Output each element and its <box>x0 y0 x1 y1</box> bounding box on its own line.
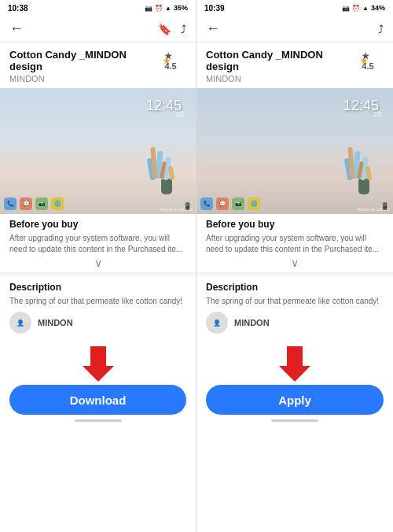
right-panel: 10:39 📷 ⏰ ▲ 34% ← ⤴ Cotton Candy _MINDON… <box>196 0 393 532</box>
app-rating-left: ★ ★ 4.5 <box>163 51 186 71</box>
date-display-left: 23 <box>176 110 184 118</box>
bookmark-icon-left[interactable]: 🔖 <box>158 23 171 35</box>
expand-icon-left[interactable]: ∨ <box>9 255 186 271</box>
left-panel: 10:38 📷 ⏰ ▲ 35% ← 🔖 ⤴ Cotton Candy _MIND… <box>0 0 196 532</box>
app-title-right: Cotton Candy _MINDON design ★ ★ 4.5 <box>206 49 384 72</box>
app-icons-right: 📞 💬 📷 🌐 <box>200 198 260 210</box>
before-buy-text-right: After upgrading your system software, yo… <box>206 233 384 255</box>
creator-name-right: MINDON <box>234 318 270 327</box>
apply-button[interactable]: Apply <box>206 385 384 415</box>
nav-bar-left: ← 🔖 ⤴ <box>0 16 196 42</box>
arrow-wrapper-right <box>196 345 393 383</box>
alarm-icon-r: ⏰ <box>352 5 360 12</box>
nav-icons-left: 🔖 ⤴ <box>158 23 186 35</box>
screenshot-left: 12:45 📞 💬 📷 🌐 23 Swipe to unlock 📱 <box>0 88 196 214</box>
flower-decoration-right <box>344 124 384 194</box>
signal-icon-r: ▲ <box>362 5 369 12</box>
bottom-indicator-right <box>271 419 318 422</box>
desc-title-right: Description <box>206 282 384 293</box>
svg-marker-0 <box>83 346 114 382</box>
status-bar-right: 10:39 📷 ⏰ ▲ 34% <box>196 0 393 16</box>
status-icons-right: 📷 ⏰ ▲ 34% <box>342 4 385 12</box>
app-rating-right: ★ ★ 4.5 <box>360 51 384 71</box>
back-button-right[interactable]: ← <box>206 20 220 37</box>
svg-marker-1 <box>279 346 310 382</box>
app-author-right: MINDON <box>206 74 384 83</box>
download-button[interactable]: Download <box>9 385 186 415</box>
share-icon-right[interactable]: ⤴ <box>378 23 384 35</box>
share-icon-left[interactable]: ⤴ <box>181 23 186 35</box>
status-bar-left: 10:38 📷 ⏰ ▲ 35% <box>0 0 196 16</box>
status-time-left: 10:38 <box>8 4 28 13</box>
alarm-icon: ⏰ <box>155 5 163 12</box>
back-button-left[interactable]: ← <box>9 20 24 37</box>
creator-row-left: 👤 MINDON <box>9 307 186 338</box>
red-arrow-right <box>275 346 314 382</box>
app-icons-left: 📞 💬 📷 🌐 <box>4 198 64 210</box>
phone-icon-left: 📱 <box>183 202 192 210</box>
before-buy-right: Before you buy After upgrading your syst… <box>196 214 393 272</box>
screenshot-right: 12:45 📞 💬 📷 🌐 23 Swipe to unlock 📱 <box>196 88 393 214</box>
status-icons-left: 📷 ⏰ ▲ 35% <box>145 4 188 12</box>
creator-avatar-left: 👤 <box>9 312 31 334</box>
desc-text-left: The spring of our that permeate like cot… <box>9 296 186 307</box>
before-buy-title-left: Before you buy <box>9 219 186 230</box>
vase-left <box>161 179 172 194</box>
description-right: Description The spring of our that perme… <box>196 275 393 345</box>
vase-right <box>358 179 369 194</box>
app-author-left: MINDON <box>9 74 186 83</box>
expand-icon-right[interactable]: ∨ <box>206 255 384 271</box>
app-info-right: Cotton Candy _MINDON design ★ ★ 4.5 MIND… <box>196 42 393 88</box>
date-display-right: 23 <box>373 110 381 118</box>
nav-icons-right: ⤴ <box>378 23 384 35</box>
creator-name-left: MINDON <box>38 318 73 327</box>
status-time-right: 10:39 <box>204 4 225 13</box>
description-left: Description The spring of our that perme… <box>0 275 196 345</box>
app-info-left: Cotton Candy _MINDON design ★ ★ 4.5 MIND… <box>0 42 196 88</box>
nav-bar-right: ← ⤴ <box>196 16 393 42</box>
camera-icon: 📷 <box>145 5 152 12</box>
camera-icon-r: 📷 <box>342 5 350 12</box>
before-buy-text-left: After upgrading your system software, yo… <box>9 233 186 255</box>
arrow-wrapper-left <box>0 345 196 383</box>
signal-icon: ▲ <box>165 5 171 12</box>
before-buy-left: Before you buy After upgrading your syst… <box>0 214 196 272</box>
desc-title-left: Description <box>9 282 186 293</box>
before-buy-title-right: Before you buy <box>206 219 384 230</box>
bottom-indicator-left <box>75 419 122 422</box>
app-title-left: Cotton Candy _MINDON design ★ ★ 4.5 <box>9 49 186 72</box>
creator-row-right: 👤 MINDON <box>206 307 384 338</box>
desc-text-right: The spring of our that permeate like cot… <box>206 296 384 307</box>
red-arrow-left <box>79 346 118 382</box>
creator-avatar-right: 👤 <box>206 312 228 334</box>
flower-decoration-left <box>147 124 186 194</box>
phone-icon-right: 📱 <box>380 202 389 210</box>
